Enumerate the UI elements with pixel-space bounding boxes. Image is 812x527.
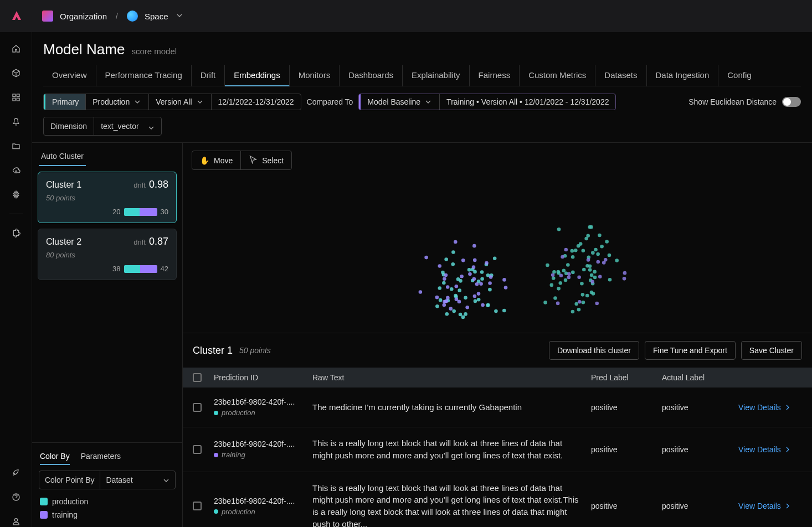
tab-fairness[interactable]: Fairness: [470, 65, 520, 86]
svg-point-51: [472, 277, 476, 281]
download-cluster-button[interactable]: Download this cluster: [549, 341, 639, 360]
parameters-tab[interactable]: Parameters: [81, 448, 121, 465]
svg-point-82: [593, 276, 597, 280]
tab-data-ingestion[interactable]: Data Ingestion: [647, 65, 719, 86]
tab-custom-metrics[interactable]: Custom Metrics: [520, 65, 595, 86]
svg-point-114: [615, 259, 619, 262]
euclidean-toggle[interactable]: [782, 97, 801, 107]
svg-point-76: [502, 278, 506, 282]
color-by-tab[interactable]: Color By: [40, 448, 70, 465]
svg-point-129: [574, 302, 578, 306]
cluster-drift-value: 0.98: [149, 179, 168, 190]
svg-point-4: [15, 194, 17, 196]
svg-point-121: [574, 249, 578, 252]
tab-performance-tracing[interactable]: Performance Tracing: [96, 65, 192, 86]
svg-point-124: [582, 268, 586, 272]
env-select[interactable]: Production: [86, 94, 149, 110]
breadcrumb-space[interactable]: Space: [145, 12, 168, 21]
th-pred-label[interactable]: Pred Label: [591, 373, 652, 382]
pred-label: positive: [591, 445, 652, 454]
select-all-checkbox[interactable]: [193, 373, 202, 382]
tab-explainability[interactable]: Explainability: [402, 65, 470, 86]
tab-datasets[interactable]: Datasets: [595, 65, 646, 86]
svg-point-134: [558, 281, 562, 285]
rocket-icon[interactable]: [11, 467, 22, 478]
svg-point-43: [480, 270, 484, 274]
gear-icon[interactable]: [11, 189, 22, 200]
color-point-by-select[interactable]: Color Point By Dataset: [39, 471, 176, 489]
tab-config[interactable]: Config: [718, 65, 760, 86]
th-actual-label[interactable]: Actual Label: [662, 373, 728, 382]
fine-tune-export-button[interactable]: Fine Tune and Export: [645, 341, 736, 360]
view-details-link[interactable]: View Details: [738, 445, 802, 454]
left-sidebar: [0, 32, 32, 527]
app-logo[interactable]: [9, 8, 24, 24]
row-checkbox[interactable]: [193, 502, 202, 510]
prediction-id: 23be1b6f-9802-420f-....: [214, 440, 302, 448]
actual-label: positive: [662, 445, 728, 454]
home-icon[interactable]: [11, 43, 22, 54]
svg-point-111: [605, 240, 609, 244]
svg-point-32: [474, 299, 477, 303]
svg-point-119: [571, 271, 575, 275]
cluster-card-2[interactable]: Cluster 2 drift0.87 80 points 38 42: [38, 229, 177, 280]
page-subtitle: score model: [131, 46, 177, 56]
svg-point-92: [600, 245, 604, 249]
svg-point-27: [451, 250, 455, 254]
svg-point-47: [488, 281, 492, 285]
baseline-select[interactable]: Model Baseline: [359, 94, 440, 110]
select-tool-button[interactable]: Select: [241, 151, 291, 169]
svg-point-26: [439, 298, 443, 302]
svg-point-15: [488, 288, 492, 292]
auto-cluster-tab[interactable]: Auto Cluster: [39, 147, 86, 166]
puzzle-icon[interactable]: [11, 228, 22, 239]
view-details-link[interactable]: View Details: [738, 502, 802, 510]
upload-cloud-icon[interactable]: [11, 165, 22, 176]
th-raw-text[interactable]: Raw Text: [312, 373, 581, 382]
folder-icon[interactable]: [11, 141, 22, 152]
dimension-select[interactable]: Dimension text_vector: [43, 117, 162, 136]
svg-point-68: [460, 275, 464, 278]
tab-embeddings[interactable]: Embeddings: [225, 65, 289, 86]
tab-drift[interactable]: Drift: [192, 65, 225, 86]
tab-monitors[interactable]: Monitors: [290, 65, 340, 86]
row-checkbox[interactable]: [193, 445, 202, 454]
move-tool-button[interactable]: ✋ Move: [192, 151, 241, 169]
svg-point-69: [458, 300, 461, 304]
cursor-icon: [249, 155, 258, 166]
bell-icon[interactable]: [11, 116, 22, 127]
breadcrumb-org[interactable]: Organization: [60, 12, 107, 21]
svg-point-108: [546, 264, 549, 267]
tab-overview[interactable]: Overview: [43, 65, 96, 86]
grid-icon[interactable]: [11, 92, 22, 103]
help-icon[interactable]: [11, 492, 22, 503]
svg-point-39: [445, 312, 449, 316]
primary-pill[interactable]: Primary: [44, 94, 86, 110]
svg-point-105: [553, 296, 557, 300]
view-details-link[interactable]: View Details: [738, 403, 802, 412]
cluster-card-1[interactable]: Cluster 1 drift0.98 50 points 20 30: [38, 172, 177, 223]
chevron-down-icon[interactable]: [175, 11, 184, 22]
svg-point-81: [455, 297, 459, 301]
row-checkbox[interactable]: [193, 403, 202, 412]
baseline-detail[interactable]: Training • Version All • 12/01/2022 - 12…: [440, 94, 615, 110]
date-range-select[interactable]: 12/1/2022-12/31/2022: [212, 94, 301, 110]
svg-point-98: [564, 278, 568, 282]
hand-icon: ✋: [200, 156, 209, 165]
tab-dashboards[interactable]: Dashboards: [340, 65, 402, 86]
prediction-id: 23be1b6f-9802-420f-....: [214, 497, 302, 505]
raw-text: This is a really long text block that wi…: [312, 482, 581, 528]
svg-point-106: [608, 254, 611, 257]
svg-point-17: [480, 277, 484, 281]
embedding-scatter-plot[interactable]: [183, 178, 812, 333]
cube-icon[interactable]: [11, 68, 22, 79]
page-tabs: Overview Performance Tracing Drift Embed…: [43, 65, 801, 87]
th-prediction-id[interactable]: Prediction ID: [214, 373, 302, 382]
version-select[interactable]: Version All: [149, 94, 211, 110]
svg-point-112: [608, 278, 612, 282]
user-icon[interactable]: [11, 516, 22, 527]
save-cluster-button[interactable]: Save Cluster: [741, 341, 802, 360]
svg-point-77: [485, 261, 489, 265]
svg-point-104: [590, 291, 594, 294]
svg-point-18: [486, 303, 490, 307]
